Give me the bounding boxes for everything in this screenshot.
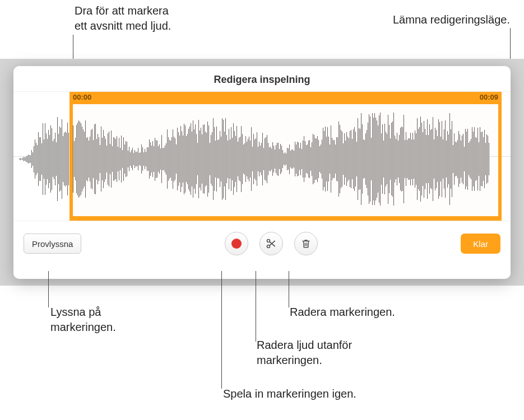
svg-point-1 xyxy=(267,245,270,248)
waveform-area[interactable]: 00:00 00:09 xyxy=(13,91,511,221)
time-end-label: 00:09 xyxy=(480,93,498,101)
delete-button[interactable] xyxy=(294,232,318,255)
trim-button[interactable] xyxy=(259,232,283,255)
toolbar-center-icons xyxy=(225,232,318,255)
scissors-icon xyxy=(266,238,277,249)
callout-record: Spela in markeringen igen. xyxy=(223,386,356,402)
callout-done: Lämna redigeringsläge. xyxy=(393,12,510,27)
toolbar: Provlyssna Klar xyxy=(13,221,511,266)
callout-selection: Dra för att markera ett avsnitt med ljud… xyxy=(75,3,171,34)
record-icon xyxy=(231,239,242,249)
callout-delete: Radera markeringen. xyxy=(290,305,395,320)
selection-handles[interactable]: 00:00 00:09 xyxy=(69,92,502,221)
callout-trim: Radera ljud utanför markeringen. xyxy=(257,338,352,368)
record-button[interactable] xyxy=(225,232,248,255)
callout-preview: Lyssna på markeringen. xyxy=(50,305,116,335)
callout-line xyxy=(221,271,222,389)
callout-line xyxy=(256,271,256,342)
edit-recording-panel: Redigera inspelning 00:00 00:09 Provlyss… xyxy=(13,66,511,279)
svg-line-2 xyxy=(270,242,275,246)
svg-point-0 xyxy=(267,240,270,242)
done-button[interactable]: Klar xyxy=(461,234,500,254)
selection-top-bar: 00:00 00:09 xyxy=(69,92,502,104)
panel-title: Redigera inspelning xyxy=(13,66,511,91)
trash-icon xyxy=(301,238,311,249)
callout-line xyxy=(289,271,289,307)
selection-bottom-bar xyxy=(69,216,502,221)
preview-button[interactable]: Provlyssna xyxy=(24,234,81,254)
svg-line-3 xyxy=(270,241,275,245)
callout-line xyxy=(48,271,49,307)
time-start-label: 00:00 xyxy=(73,93,91,101)
